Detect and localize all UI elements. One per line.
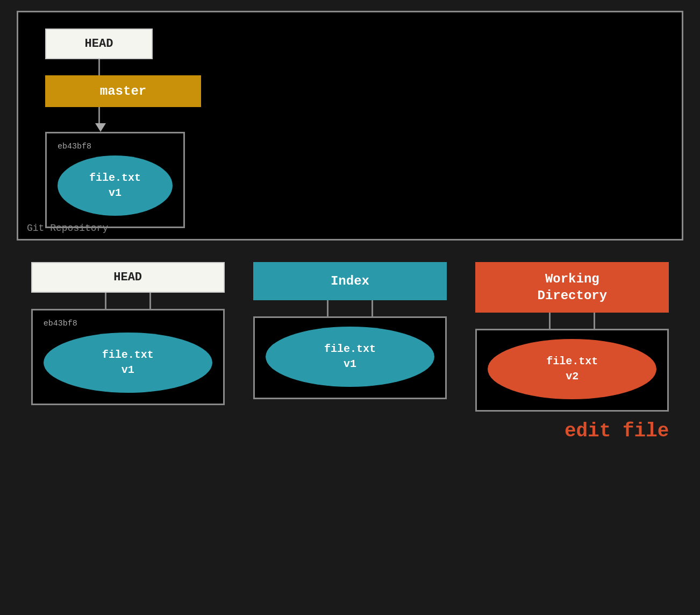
head-blob-line2: v1 (122, 364, 134, 376)
head-blob: file.txt v1 (44, 333, 212, 393)
connector-line-2 (98, 107, 100, 123)
index-blob: file.txt v1 (266, 327, 434, 387)
head-commit-box: eb43bf8 file.txt v1 (31, 309, 225, 405)
commit-blob: file.txt v1 (58, 155, 173, 216)
index-panel-header: Index (253, 262, 447, 300)
wd-leg-left (549, 313, 551, 329)
bottom-section: HEAD eb43bf8 file.txt v1 Index file.txt … (17, 262, 683, 442)
head-leg-right (149, 293, 151, 309)
wd-leg-right (594, 313, 595, 329)
head-panel: HEAD eb43bf8 file.txt v1 (31, 262, 225, 405)
head-panel-header: HEAD (31, 262, 225, 293)
edit-file-label: edit file (565, 420, 669, 442)
index-blob-line2: v1 (344, 358, 356, 370)
wd-blob-line2: v2 (566, 370, 578, 383)
working-dir-line2: Directory (538, 288, 608, 303)
index-commit-box: file.txt v1 (253, 316, 447, 399)
wd-blob-line1: file.txt (546, 355, 598, 367)
wd-commit-box: file.txt v2 (475, 329, 669, 412)
index-panel: Index file.txt v1 (253, 262, 447, 399)
index-leg-left (327, 300, 328, 316)
working-dir-header: Working Directory (475, 262, 669, 313)
working-dir-panel: Working Directory file.txt v2 edit file (475, 262, 669, 442)
wd-blob: file.txt v2 (488, 339, 656, 399)
working-dir-line1: Working (545, 272, 599, 286)
commit-box: eb43bf8 file.txt v1 (45, 132, 185, 228)
master-branch-box: master (45, 75, 201, 107)
commit-hash-label: eb43bf8 (58, 142, 173, 151)
head-blob-line1: file.txt (102, 349, 154, 361)
head-leg-left (105, 293, 106, 309)
index-blob-line1: file.txt (324, 343, 376, 355)
repo-head-box: HEAD (45, 29, 153, 59)
head-commit-hash: eb43bf8 (44, 319, 212, 328)
git-repo-label: Git Repository (27, 223, 108, 234)
index-leg-right (372, 300, 373, 316)
blob-line1: file.txt (89, 172, 141, 184)
arrow-down-icon (95, 123, 106, 132)
git-repository-section: HEAD master eb43bf8 file.txt v1 Git Repo… (17, 11, 683, 241)
connector-line-1 (98, 59, 100, 75)
blob-line2: v1 (109, 187, 122, 199)
